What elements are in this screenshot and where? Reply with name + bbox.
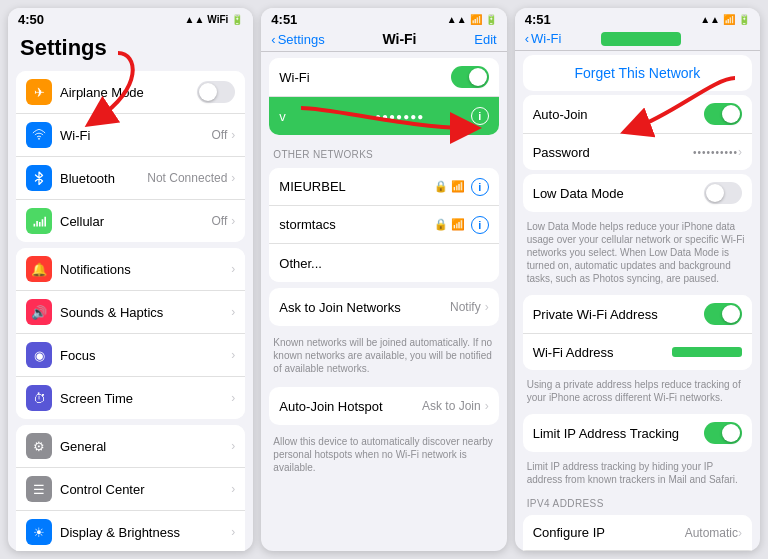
auto-join-label: Auto-Join Hotspot — [279, 399, 422, 414]
private-wifi-item[interactable]: Private Wi-Fi Address — [523, 295, 752, 334]
auto-join-detail-item[interactable]: Auto-Join — [523, 95, 752, 134]
other-label: Other... — [279, 256, 488, 271]
airplane-label: Airplane Mode — [60, 85, 197, 100]
back-label-2: Settings — [278, 32, 325, 47]
bluetooth-item[interactable]: Bluetooth Not Connected › — [16, 157, 245, 200]
control-center-icon: ☰ — [26, 476, 52, 502]
nav-action-2[interactable]: Edit — [474, 32, 496, 47]
status-icons-3: ▲▲ 📶 🔋 — [700, 14, 750, 25]
cellular-icon — [26, 208, 52, 234]
wifi-address-desc: Using a private address helps reduce tra… — [515, 374, 760, 410]
mieurbel-lock: 🔒 — [434, 180, 448, 193]
configure-ip-value: Automatic — [685, 526, 738, 540]
cellular-value: Off — [212, 214, 228, 228]
connected-network-dots: ●●●●●●● — [375, 111, 471, 122]
configure-ip-item[interactable]: Configure IP Automatic › — [523, 515, 752, 551]
ipv4-header: IPV4 ADDRESS — [515, 492, 760, 511]
low-data-desc: Low Data Mode helps reduce your iPhone d… — [515, 216, 760, 291]
auto-join-detail-toggle[interactable] — [704, 103, 742, 125]
general-label: General — [60, 439, 231, 454]
time-3: 4:51 — [525, 12, 551, 27]
wifi-scroll[interactable]: Wi-Fi v ●●●●●●● i OTHER NETWORKS MIEURBE… — [261, 52, 506, 551]
bluetooth-label: Bluetooth — [60, 171, 147, 186]
battery-icon-3: 🔋 — [738, 14, 750, 25]
wifi-toggle-section: Wi-Fi v ●●●●●●● i — [269, 58, 498, 135]
auto-join-hotspot-item[interactable]: Auto-Join Hotspot Ask to Join › — [269, 387, 498, 425]
password-item[interactable]: Password •••••••••• › — [523, 134, 752, 170]
notifications-label: Notifications — [60, 262, 231, 277]
wifi-toggle[interactable] — [451, 66, 489, 88]
connected-network-label: v — [279, 109, 375, 124]
sounds-chevron: › — [231, 305, 235, 319]
stormtacs-label: stormtacs — [279, 217, 433, 232]
focus-chevron: › — [231, 348, 235, 362]
cellular-item[interactable]: Cellular Off › — [16, 200, 245, 242]
display-label: Display & Brightness — [60, 525, 231, 540]
mieurbel-wifi: 📶 — [451, 180, 465, 193]
auto-join-chevron: › — [485, 399, 489, 413]
notifications-chevron: › — [231, 262, 235, 276]
status-icons-1: ▲▲ WiFi 🔋 — [185, 14, 244, 25]
focus-item[interactable]: ◉ Focus › — [16, 334, 245, 377]
notifications-item[interactable]: 🔔 Notifications › — [16, 248, 245, 291]
low-data-item[interactable]: Low Data Mode — [523, 174, 752, 212]
control-center-item[interactable]: ☰ Control Center › — [16, 468, 245, 511]
network-other[interactable]: Other... — [269, 244, 498, 282]
wifi-value: Off — [212, 128, 228, 142]
limit-ip-label: Limit IP Address Tracking — [533, 426, 704, 441]
status-icons-2: ▲▲ 📶 🔋 — [447, 14, 497, 25]
forget-network-btn[interactable]: Forget This Network — [523, 55, 752, 91]
configure-ip-chevron: › — [738, 526, 742, 540]
signal-icon-1: ▲▲ — [185, 14, 205, 25]
stormtacs-info[interactable]: i — [471, 216, 489, 234]
network-stormtacs[interactable]: stormtacs 🔒 📶 i — [269, 206, 498, 244]
settings-scroll[interactable]: ✈ Airplane Mode Wi-Fi Off › Bluetooth No… — [8, 65, 253, 551]
nav-bar-3: ‹ Wi-Fi — [515, 29, 760, 51]
mieurbel-label: MIEURBEL — [279, 179, 433, 194]
sounds-item[interactable]: 🔊 Sounds & Haptics › — [16, 291, 245, 334]
display-item[interactable]: ☀ Display & Brightness › — [16, 511, 245, 551]
general-item[interactable]: ⚙ General › — [16, 425, 245, 468]
status-bar-3: 4:51 ▲▲ 📶 🔋 — [515, 8, 760, 29]
section-group-2: 🔔 Notifications › 🔊 Sounds & Haptics › ◉… — [16, 248, 245, 419]
airplane-toggle[interactable] — [197, 81, 235, 103]
limit-ip-item[interactable]: Limit IP Address Tracking — [523, 414, 752, 452]
sounds-label: Sounds & Haptics — [60, 305, 231, 320]
limit-ip-toggle[interactable] — [704, 422, 742, 444]
bluetooth-value: Not Connected — [147, 171, 227, 185]
back-label-3: Wi-Fi — [531, 31, 561, 46]
low-data-toggle[interactable] — [704, 182, 742, 204]
stormtacs-wifi: 📶 — [451, 218, 465, 231]
control-center-chevron: › — [231, 482, 235, 496]
detail-scroll[interactable]: Forget This Network Auto-Join Password •… — [515, 51, 760, 551]
signal-icon-3: ▲▲ — [700, 14, 720, 25]
wifi-item[interactable]: Wi-Fi Off › — [16, 114, 245, 157]
mieurbel-info[interactable]: i — [471, 178, 489, 196]
back-icon-3: ‹ — [525, 31, 529, 46]
network-mieurbel[interactable]: MIEURBEL 🔒 📶 i — [269, 168, 498, 206]
screen-time-item[interactable]: ⏱ Screen Time › — [16, 377, 245, 419]
panel-settings: 4:50 ▲▲ WiFi 🔋 Settings ✈ Airplane Mode … — [8, 8, 253, 551]
screen-time-icon: ⏱ — [26, 385, 52, 411]
wifi-toggle-item[interactable]: Wi-Fi — [269, 58, 498, 97]
cellular-label: Cellular — [60, 214, 212, 229]
stormtacs-lock: 🔒 — [434, 218, 448, 231]
private-wifi-toggle[interactable] — [704, 303, 742, 325]
ask-join-item[interactable]: Ask to Join Networks Notify › — [269, 288, 498, 326]
time-1: 4:50 — [18, 12, 44, 27]
nav-back-3[interactable]: ‹ Wi-Fi — [525, 31, 562, 46]
wifi-address-label: Wi-Fi Address — [533, 345, 672, 360]
focus-icon: ◉ — [26, 342, 52, 368]
nav-title-2: Wi-Fi — [382, 31, 416, 47]
private-wifi-section: Private Wi-Fi Address Wi-Fi Address — [523, 295, 752, 370]
password-label: Password — [533, 145, 693, 160]
airplane-mode-item[interactable]: ✈ Airplane Mode — [16, 71, 245, 114]
auto-join-detail-label: Auto-Join — [533, 107, 704, 122]
connected-network-item[interactable]: v ●●●●●●● i — [269, 97, 498, 135]
connected-network-info[interactable]: i — [471, 107, 489, 125]
signal-icon-2: ▲▲ — [447, 14, 467, 25]
bluetooth-chevron: › — [231, 171, 235, 185]
nav-back-2[interactable]: ‹ Settings — [271, 32, 324, 47]
wifi-address-item[interactable]: Wi-Fi Address — [523, 334, 752, 370]
panel-network-detail: 4:51 ▲▲ 📶 🔋 ‹ Wi-Fi Forget This Network … — [515, 8, 760, 551]
